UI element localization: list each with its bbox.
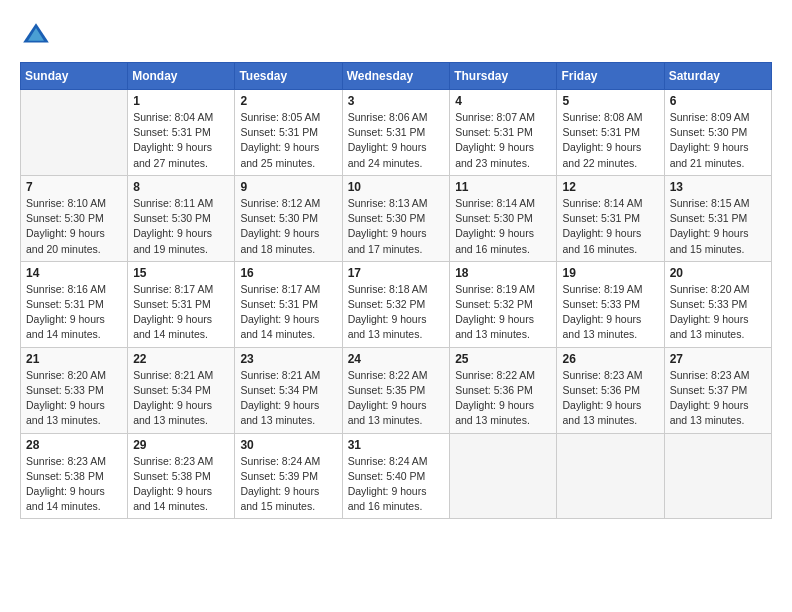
day-info: Sunrise: 8:15 AMSunset: 5:31 PMDaylight:… bbox=[670, 196, 766, 257]
calendar-week-row: 14Sunrise: 8:16 AMSunset: 5:31 PMDayligh… bbox=[21, 261, 772, 347]
day-of-week-header: Monday bbox=[128, 63, 235, 90]
day-number: 7 bbox=[26, 180, 122, 194]
calendar-cell: 8Sunrise: 8:11 AMSunset: 5:30 PMDaylight… bbox=[128, 175, 235, 261]
calendar-cell: 17Sunrise: 8:18 AMSunset: 5:32 PMDayligh… bbox=[342, 261, 450, 347]
day-of-week-header: Sunday bbox=[21, 63, 128, 90]
day-number: 25 bbox=[455, 352, 551, 366]
day-info: Sunrise: 8:18 AMSunset: 5:32 PMDaylight:… bbox=[348, 282, 445, 343]
day-info: Sunrise: 8:11 AMSunset: 5:30 PMDaylight:… bbox=[133, 196, 229, 257]
day-of-week-header: Friday bbox=[557, 63, 664, 90]
calendar-cell: 5Sunrise: 8:08 AMSunset: 5:31 PMDaylight… bbox=[557, 90, 664, 176]
calendar-cell: 31Sunrise: 8:24 AMSunset: 5:40 PMDayligh… bbox=[342, 433, 450, 519]
calendar-cell: 26Sunrise: 8:23 AMSunset: 5:36 PMDayligh… bbox=[557, 347, 664, 433]
calendar-cell: 13Sunrise: 8:15 AMSunset: 5:31 PMDayligh… bbox=[664, 175, 771, 261]
day-info: Sunrise: 8:23 AMSunset: 5:36 PMDaylight:… bbox=[562, 368, 658, 429]
calendar-cell: 29Sunrise: 8:23 AMSunset: 5:38 PMDayligh… bbox=[128, 433, 235, 519]
calendar-cell: 24Sunrise: 8:22 AMSunset: 5:35 PMDayligh… bbox=[342, 347, 450, 433]
day-number: 28 bbox=[26, 438, 122, 452]
day-of-week-header: Wednesday bbox=[342, 63, 450, 90]
calendar-cell: 28Sunrise: 8:23 AMSunset: 5:38 PMDayligh… bbox=[21, 433, 128, 519]
day-of-week-header: Thursday bbox=[450, 63, 557, 90]
day-number: 8 bbox=[133, 180, 229, 194]
calendar-cell: 18Sunrise: 8:19 AMSunset: 5:32 PMDayligh… bbox=[450, 261, 557, 347]
calendar-cell: 10Sunrise: 8:13 AMSunset: 5:30 PMDayligh… bbox=[342, 175, 450, 261]
day-number: 15 bbox=[133, 266, 229, 280]
calendar-week-row: 28Sunrise: 8:23 AMSunset: 5:38 PMDayligh… bbox=[21, 433, 772, 519]
day-info: Sunrise: 8:20 AMSunset: 5:33 PMDaylight:… bbox=[26, 368, 122, 429]
day-number: 9 bbox=[240, 180, 336, 194]
calendar-body: 1Sunrise: 8:04 AMSunset: 5:31 PMDaylight… bbox=[21, 90, 772, 519]
calendar-cell: 9Sunrise: 8:12 AMSunset: 5:30 PMDaylight… bbox=[235, 175, 342, 261]
day-info: Sunrise: 8:23 AMSunset: 5:38 PMDaylight:… bbox=[133, 454, 229, 515]
calendar-cell: 11Sunrise: 8:14 AMSunset: 5:30 PMDayligh… bbox=[450, 175, 557, 261]
day-info: Sunrise: 8:17 AMSunset: 5:31 PMDaylight:… bbox=[240, 282, 336, 343]
day-number: 23 bbox=[240, 352, 336, 366]
calendar-cell: 27Sunrise: 8:23 AMSunset: 5:37 PMDayligh… bbox=[664, 347, 771, 433]
calendar-cell: 22Sunrise: 8:21 AMSunset: 5:34 PMDayligh… bbox=[128, 347, 235, 433]
day-info: Sunrise: 8:19 AMSunset: 5:33 PMDaylight:… bbox=[562, 282, 658, 343]
day-number: 2 bbox=[240, 94, 336, 108]
day-info: Sunrise: 8:21 AMSunset: 5:34 PMDaylight:… bbox=[240, 368, 336, 429]
day-number: 29 bbox=[133, 438, 229, 452]
calendar-cell: 7Sunrise: 8:10 AMSunset: 5:30 PMDaylight… bbox=[21, 175, 128, 261]
day-number: 26 bbox=[562, 352, 658, 366]
calendar-cell bbox=[664, 433, 771, 519]
day-number: 31 bbox=[348, 438, 445, 452]
day-info: Sunrise: 8:24 AMSunset: 5:39 PMDaylight:… bbox=[240, 454, 336, 515]
day-number: 6 bbox=[670, 94, 766, 108]
calendar-cell bbox=[21, 90, 128, 176]
day-number: 19 bbox=[562, 266, 658, 280]
calendar-cell: 23Sunrise: 8:21 AMSunset: 5:34 PMDayligh… bbox=[235, 347, 342, 433]
calendar-cell: 12Sunrise: 8:14 AMSunset: 5:31 PMDayligh… bbox=[557, 175, 664, 261]
day-number: 11 bbox=[455, 180, 551, 194]
day-info: Sunrise: 8:14 AMSunset: 5:30 PMDaylight:… bbox=[455, 196, 551, 257]
calendar-table: SundayMondayTuesdayWednesdayThursdayFrid… bbox=[20, 62, 772, 519]
calendar-cell: 14Sunrise: 8:16 AMSunset: 5:31 PMDayligh… bbox=[21, 261, 128, 347]
day-info: Sunrise: 8:20 AMSunset: 5:33 PMDaylight:… bbox=[670, 282, 766, 343]
day-info: Sunrise: 8:22 AMSunset: 5:35 PMDaylight:… bbox=[348, 368, 445, 429]
calendar-week-row: 7Sunrise: 8:10 AMSunset: 5:30 PMDaylight… bbox=[21, 175, 772, 261]
day-number: 22 bbox=[133, 352, 229, 366]
calendar-cell: 15Sunrise: 8:17 AMSunset: 5:31 PMDayligh… bbox=[128, 261, 235, 347]
day-number: 16 bbox=[240, 266, 336, 280]
day-number: 30 bbox=[240, 438, 336, 452]
day-info: Sunrise: 8:24 AMSunset: 5:40 PMDaylight:… bbox=[348, 454, 445, 515]
calendar-cell bbox=[557, 433, 664, 519]
day-number: 3 bbox=[348, 94, 445, 108]
logo bbox=[20, 20, 56, 52]
calendar-header: SundayMondayTuesdayWednesdayThursdayFrid… bbox=[21, 63, 772, 90]
day-info: Sunrise: 8:06 AMSunset: 5:31 PMDaylight:… bbox=[348, 110, 445, 171]
day-info: Sunrise: 8:12 AMSunset: 5:30 PMDaylight:… bbox=[240, 196, 336, 257]
logo-icon bbox=[20, 20, 52, 52]
calendar-cell: 20Sunrise: 8:20 AMSunset: 5:33 PMDayligh… bbox=[664, 261, 771, 347]
day-info: Sunrise: 8:07 AMSunset: 5:31 PMDaylight:… bbox=[455, 110, 551, 171]
calendar-cell: 30Sunrise: 8:24 AMSunset: 5:39 PMDayligh… bbox=[235, 433, 342, 519]
day-number: 5 bbox=[562, 94, 658, 108]
day-number: 10 bbox=[348, 180, 445, 194]
day-info: Sunrise: 8:17 AMSunset: 5:31 PMDaylight:… bbox=[133, 282, 229, 343]
day-info: Sunrise: 8:13 AMSunset: 5:30 PMDaylight:… bbox=[348, 196, 445, 257]
day-info: Sunrise: 8:05 AMSunset: 5:31 PMDaylight:… bbox=[240, 110, 336, 171]
day-info: Sunrise: 8:04 AMSunset: 5:31 PMDaylight:… bbox=[133, 110, 229, 171]
day-number: 18 bbox=[455, 266, 551, 280]
day-info: Sunrise: 8:23 AMSunset: 5:37 PMDaylight:… bbox=[670, 368, 766, 429]
page-header bbox=[20, 20, 772, 52]
calendar-cell: 19Sunrise: 8:19 AMSunset: 5:33 PMDayligh… bbox=[557, 261, 664, 347]
day-info: Sunrise: 8:22 AMSunset: 5:36 PMDaylight:… bbox=[455, 368, 551, 429]
day-info: Sunrise: 8:21 AMSunset: 5:34 PMDaylight:… bbox=[133, 368, 229, 429]
day-number: 27 bbox=[670, 352, 766, 366]
calendar-cell: 6Sunrise: 8:09 AMSunset: 5:30 PMDaylight… bbox=[664, 90, 771, 176]
calendar-cell: 21Sunrise: 8:20 AMSunset: 5:33 PMDayligh… bbox=[21, 347, 128, 433]
calendar-cell: 16Sunrise: 8:17 AMSunset: 5:31 PMDayligh… bbox=[235, 261, 342, 347]
calendar-week-row: 1Sunrise: 8:04 AMSunset: 5:31 PMDaylight… bbox=[21, 90, 772, 176]
calendar-cell: 4Sunrise: 8:07 AMSunset: 5:31 PMDaylight… bbox=[450, 90, 557, 176]
calendar-cell: 3Sunrise: 8:06 AMSunset: 5:31 PMDaylight… bbox=[342, 90, 450, 176]
day-number: 4 bbox=[455, 94, 551, 108]
calendar-cell bbox=[450, 433, 557, 519]
day-info: Sunrise: 8:23 AMSunset: 5:38 PMDaylight:… bbox=[26, 454, 122, 515]
day-number: 20 bbox=[670, 266, 766, 280]
day-number: 14 bbox=[26, 266, 122, 280]
day-info: Sunrise: 8:09 AMSunset: 5:30 PMDaylight:… bbox=[670, 110, 766, 171]
day-number: 21 bbox=[26, 352, 122, 366]
calendar-cell: 25Sunrise: 8:22 AMSunset: 5:36 PMDayligh… bbox=[450, 347, 557, 433]
